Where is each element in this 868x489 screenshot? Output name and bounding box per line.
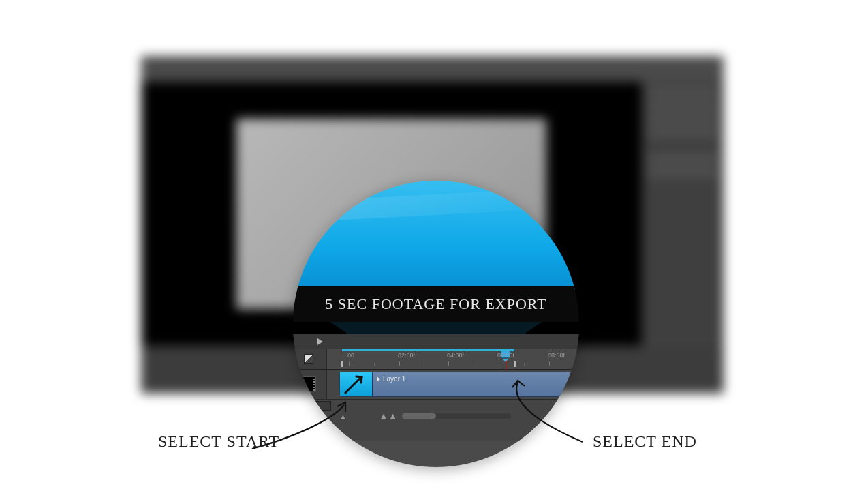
panel-row — [647, 115, 718, 124]
end-arrow-annotation — [504, 379, 600, 461]
clip-label: Layer 1 — [373, 372, 409, 385]
panel-row — [647, 154, 718, 164]
ruler-label: 04:00f — [447, 352, 464, 359]
panel-row — [647, 87, 718, 97]
ruler-label: 08:00f — [548, 352, 565, 359]
ruler-minor-tick — [374, 363, 375, 366]
ruler-tick — [499, 361, 499, 366]
app-menubar — [141, 56, 724, 82]
work-area-bar[interactable] — [342, 349, 514, 351]
select-start-label: SELECT START — [158, 432, 279, 451]
work-area-start-handle[interactable] — [341, 361, 344, 368]
ruler-label: 00 — [347, 352, 354, 359]
clip-name: Layer 1 — [383, 375, 405, 383]
swatch-icon — [304, 354, 313, 364]
panel-row — [647, 128, 718, 138]
clip-thumbnail — [340, 372, 373, 396]
start-arrow-annotation — [249, 401, 358, 462]
ruler-minor-tick — [524, 363, 525, 366]
right-panel — [642, 82, 724, 346]
select-end-label: SELECT END — [593, 432, 697, 451]
work-area-end-handle[interactable] — [513, 361, 516, 368]
annotation-banner: 5 SEC FOOTAGE FOR EXPORT — [293, 286, 579, 322]
ruler-tick — [349, 361, 350, 366]
ruler-minor-tick — [424, 363, 424, 366]
ruler-tick — [549, 361, 550, 366]
timeline-transport-row — [293, 334, 579, 349]
disclosure-triangle-icon[interactable] — [377, 376, 380, 382]
ruler-tick — [448, 361, 449, 366]
ruler-label: 02:00f — [398, 352, 415, 359]
zoom-in-icon[interactable]: ▲▲ — [379, 411, 398, 421]
play-icon[interactable] — [317, 338, 323, 345]
annotation-banner-text: 5 SEC FOOTAGE FOR EXPORT — [325, 295, 546, 313]
panel-row — [647, 101, 718, 110]
zoom-scrollbar[interactable] — [402, 413, 511, 419]
timeline-ruler[interactable]: 0002:00f04:00f06:00f08:00f10:00 — [327, 349, 579, 369]
ruler-label: 06:00f — [497, 352, 514, 359]
timeline-ruler-row: 0002:00f04:00f06:00f08:00f10:00 — [293, 349, 579, 370]
ruler-minor-tick — [474, 363, 474, 366]
ruler-tick — [399, 361, 400, 366]
panel-row — [647, 168, 718, 177]
